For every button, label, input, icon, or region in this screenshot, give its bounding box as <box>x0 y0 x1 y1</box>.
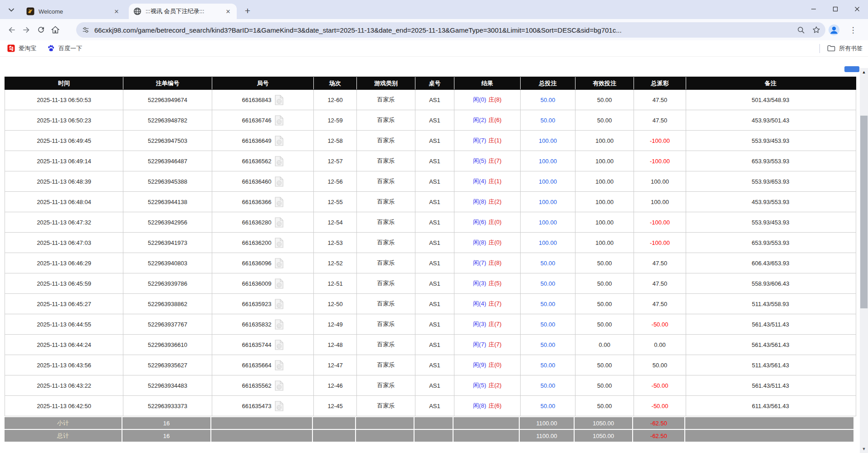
video-icon-wrap[interactable] <box>274 339 284 351</box>
video-replay-icon[interactable] <box>274 380 284 391</box>
total-bet-link[interactable]: 50.00 <box>521 273 575 293</box>
total-bet-link[interactable]: 50.00 <box>521 90 575 110</box>
video-replay-icon[interactable] <box>274 298 284 310</box>
refresh-button[interactable] <box>34 23 48 37</box>
total-bet-link[interactable]: 50.00 <box>521 396 575 416</box>
session-cell: 12-56 <box>314 171 357 191</box>
game-type-cell: 百家乐 <box>357 396 415 416</box>
maximize-button[interactable] <box>824 0 846 18</box>
video-icon-wrap[interactable] <box>274 319 284 330</box>
table-no-cell: AS1 <box>415 110 454 130</box>
scrollbar-thumb[interactable] <box>860 116 868 308</box>
time-cell: 2025-11-13 06:50:23 <box>5 110 123 130</box>
total-bet-link[interactable]: 50.00 <box>521 253 575 273</box>
video-icon-wrap[interactable] <box>274 94 284 106</box>
tab-search-button[interactable] <box>5 3 18 17</box>
scrollbar-down-icon[interactable]: ▼ <box>860 445 868 453</box>
payout-cell: -100.00 <box>634 212 686 232</box>
video-replay-icon[interactable] <box>274 115 284 126</box>
video-icon-wrap[interactable] <box>274 237 284 248</box>
summary-empty-cell <box>211 417 313 429</box>
result-player: 闲(2) <box>473 116 486 124</box>
new-tab-button[interactable]: + <box>241 5 254 17</box>
tab-close-icon[interactable]: ✕ <box>112 7 121 15</box>
video-icon-wrap[interactable] <box>274 360 284 371</box>
tab-betrecord[interactable]: :::视讯 会员下注纪录::: ✕ <box>129 4 237 19</box>
video-icon-wrap[interactable] <box>274 135 284 146</box>
total-bet-link[interactable]: 50.00 <box>521 314 575 334</box>
round-number: 661636009 <box>242 280 271 287</box>
video-replay-icon[interactable] <box>274 278 284 289</box>
profile-avatar[interactable] <box>827 23 841 37</box>
table-no-cell: AS1 <box>415 375 454 395</box>
bookmark-star-icon[interactable] <box>812 25 821 34</box>
video-icon-wrap[interactable] <box>274 298 284 310</box>
video-icon-wrap[interactable] <box>274 258 284 269</box>
bookmark-taobao[interactable]: 爱淘宝 <box>4 43 40 54</box>
home-button[interactable] <box>48 23 63 37</box>
video-icon-wrap[interactable] <box>274 278 284 289</box>
video-icon-wrap[interactable] <box>274 176 284 187</box>
remark-cell: 558.93/606.43 <box>686 273 855 293</box>
total-bet-link[interactable]: 100.00 <box>521 192 575 212</box>
video-replay-icon[interactable] <box>274 176 284 187</box>
back-button[interactable] <box>5 23 19 37</box>
result-banker: 庄(6) <box>488 402 502 410</box>
result-cell: 闲(5)庄(7) <box>454 151 521 171</box>
tab-welcome[interactable]: Welcome ✕ <box>22 4 125 19</box>
video-icon-wrap[interactable] <box>274 380 284 391</box>
video-icon-wrap[interactable] <box>274 156 284 167</box>
result-cell: 闲(3)庄(5) <box>454 273 521 293</box>
video-icon-wrap[interactable] <box>274 115 284 126</box>
video-replay-icon[interactable] <box>274 237 284 248</box>
total-bet-link[interactable]: 50.00 <box>521 335 575 355</box>
tab-close-icon[interactable]: ✕ <box>224 7 232 15</box>
video-replay-icon[interactable] <box>274 196 284 208</box>
video-replay-icon[interactable] <box>274 156 284 167</box>
video-replay-icon[interactable] <box>274 217 284 228</box>
bet-id-cell: 522963936610 <box>123 335 212 355</box>
result-banker: 庄(7) <box>488 300 502 308</box>
video-replay-icon[interactable] <box>274 94 284 106</box>
total-bet-link[interactable]: 50.00 <box>521 375 575 395</box>
video-replay-icon[interactable] <box>274 135 284 146</box>
video-icon-wrap[interactable] <box>274 196 284 208</box>
site-settings-icon[interactable] <box>82 26 90 34</box>
bookmark-baidu[interactable]: 百度一下 <box>44 43 86 54</box>
profile-icon <box>828 24 840 36</box>
forward-button[interactable] <box>19 23 34 37</box>
close-button[interactable] <box>846 0 868 18</box>
scrollbar-up-icon[interactable]: ▲ <box>860 68 868 76</box>
table-no-cell: AS1 <box>415 396 454 416</box>
valid-bet-cell: 50.00 <box>575 314 634 334</box>
total-bet-link[interactable]: 100.00 <box>521 171 575 191</box>
result-cell: 闲(4)庄(7) <box>454 294 521 314</box>
total-bet-link[interactable]: 100.00 <box>521 131 575 151</box>
url-text[interactable]: 66cxkj98.com/game/betrecord_search/kind3… <box>94 26 793 34</box>
remark-cell: 553.93/453.93 <box>686 131 855 151</box>
total-bet-link[interactable]: 100.00 <box>521 212 575 232</box>
total-bet-link[interactable]: 50.00 <box>521 355 575 375</box>
time-cell: 2025-11-13 06:49:45 <box>5 131 123 151</box>
video-replay-icon[interactable] <box>274 339 284 351</box>
valid-bet-cell: 100.00 <box>575 151 634 171</box>
total-bet-link[interactable]: 50.00 <box>521 294 575 314</box>
video-replay-icon[interactable] <box>274 319 284 330</box>
video-icon-wrap[interactable] <box>274 400 284 412</box>
all-bookmarks-button[interactable]: 所有书签 <box>827 44 863 53</box>
zoom-icon[interactable] <box>797 26 805 34</box>
minimize-button[interactable] <box>803 0 824 18</box>
menu-kebab-icon[interactable]: ⋮ <box>846 23 860 37</box>
video-replay-icon[interactable] <box>274 258 284 269</box>
page-scrollbar[interactable]: ▲ ▼ <box>860 68 868 453</box>
video-replay-icon[interactable] <box>274 360 284 371</box>
total-bet-link[interactable]: 50.00 <box>521 110 575 130</box>
video-replay-icon[interactable] <box>274 400 284 412</box>
video-icon-wrap[interactable] <box>274 217 284 228</box>
table-row: 2025-11-13 06:48:39522963945388661636460… <box>5 171 856 192</box>
partial-blue-button[interactable] <box>844 66 859 72</box>
url-bar[interactable]: 66cxkj98.com/game/betrecord_search/kind3… <box>76 22 825 38</box>
result-cell: 闲(3)庄(7) <box>454 314 521 334</box>
total-bet-link[interactable]: 100.00 <box>521 233 575 253</box>
total-bet-link[interactable]: 100.00 <box>521 151 575 171</box>
